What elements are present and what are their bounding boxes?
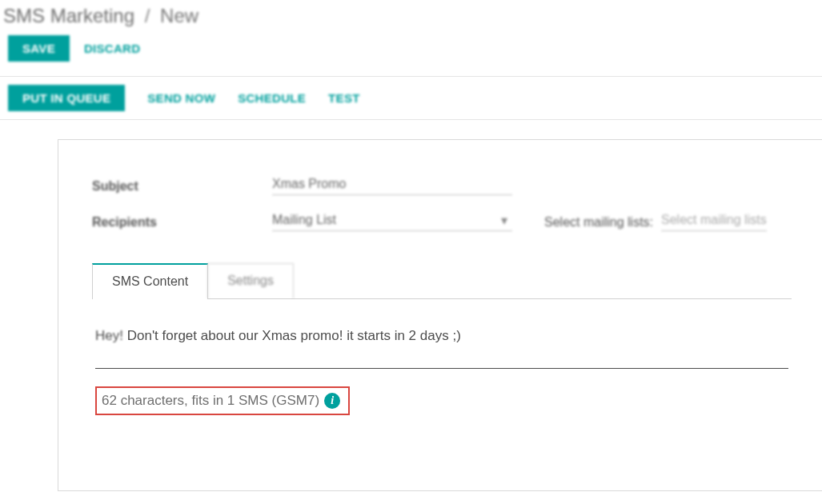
- tab-sms-content[interactable]: SMS Content: [92, 263, 208, 298]
- discard-button[interactable]: DISCARD: [84, 42, 140, 55]
- char-count-box: 62 characters, fits in 1 SMS (GSM7) i: [95, 386, 350, 415]
- schedule-button[interactable]: SCHEDULE: [238, 91, 306, 105]
- breadcrumb: SMS Marketing / New: [0, 0, 822, 35]
- breadcrumb-root[interactable]: SMS Marketing: [3, 5, 134, 26]
- subject-row: Subject Xmas Promo: [92, 177, 792, 195]
- char-count-text: 62 characters, fits in 1 SMS (GSM7): [102, 393, 319, 409]
- sms-content-panel: Hey! Don't forget about our Xmas promo! …: [92, 299, 792, 415]
- put-in-queue-button[interactable]: PUT IN QUEUE: [8, 85, 125, 111]
- tab-settings[interactable]: Settings: [207, 263, 294, 298]
- sms-text-prefix: Hey!: [95, 328, 123, 343]
- mailing-lists-placeholder: Select mailing lists: [661, 213, 767, 231]
- breadcrumb-sep: /: [145, 5, 150, 26]
- mailing-lists-label: Select mailing lists:: [544, 215, 653, 230]
- recipients-label: Recipients: [92, 215, 272, 230]
- sms-text-rest: Don't forget about our Xmas promo! it st…: [123, 328, 461, 343]
- mailing-lists-field[interactable]: Select mailing lists: Select mailing lis…: [544, 213, 767, 231]
- breadcrumb-current: New: [160, 5, 198, 26]
- recipients-row: Recipients Mailing List Select mailing l…: [92, 213, 792, 231]
- recipients-select[interactable]: Mailing List: [272, 213, 512, 231]
- save-button[interactable]: SAVE: [8, 35, 70, 62]
- test-button[interactable]: TEST: [328, 91, 360, 105]
- send-now-button[interactable]: SEND NOW: [147, 91, 215, 105]
- subject-value: Xmas Promo: [272, 177, 512, 195]
- record-actions: SAVE DISCARD: [0, 35, 822, 76]
- tabs: SMS Content Settings: [92, 263, 792, 299]
- subject-field[interactable]: Xmas Promo: [272, 177, 512, 195]
- recipients-value: Mailing List: [272, 213, 512, 231]
- subject-label: Subject: [92, 179, 272, 194]
- sms-textarea[interactable]: Hey! Don't forget about our Xmas promo! …: [95, 328, 788, 369]
- page-actions: PUT IN QUEUE SEND NOW SCHEDULE TEST: [0, 76, 822, 120]
- info-icon[interactable]: i: [324, 393, 340, 409]
- form-card: Subject Xmas Promo Recipients Mailing Li…: [58, 139, 822, 491]
